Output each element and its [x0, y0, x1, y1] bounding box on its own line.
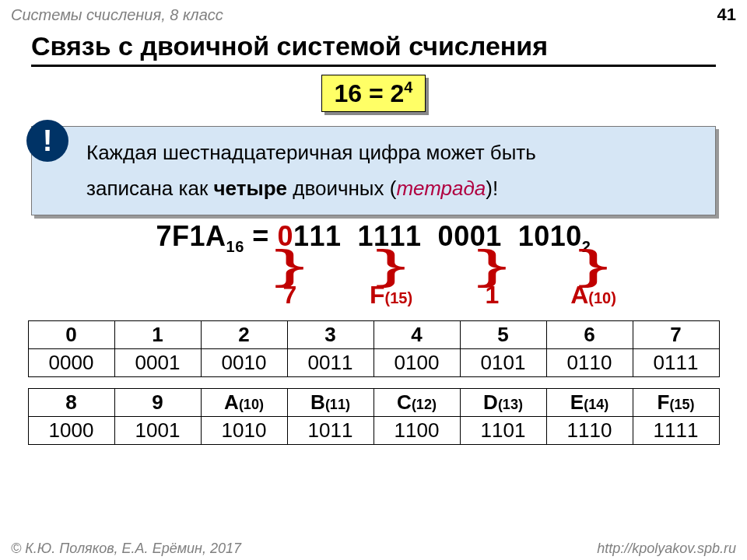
title-block: Связь с двоичной системой счисления: [0, 26, 747, 67]
group-a: } A(10): [543, 251, 644, 310]
table-row: 8 9 A(10) B(11) C(12) D(13) E(14) F(15): [28, 389, 719, 417]
hex-lhs: 7F1A: [156, 220, 226, 252]
hex-eq: =: [244, 220, 278, 252]
brace-row: } 7 } F(15) } 1 } A(10): [0, 251, 747, 310]
title-rule: [31, 65, 716, 67]
info-line2e: )!: [486, 177, 498, 200]
table-row: 0 1 2 3 4 5 6 7: [28, 321, 719, 349]
table-0-7: 0 1 2 3 4 5 6 7 0000 0001 0010 0011 0100…: [28, 320, 720, 377]
brace-icon: }: [578, 251, 609, 278]
copyright: © К.Ю. Поляков, Е.А. Ерёмин, 2017: [11, 541, 241, 557]
equation-exp: 4: [404, 79, 412, 96]
exclamation-icon: !: [26, 120, 68, 162]
brace-icon: }: [376, 251, 407, 278]
info-bold: четыре: [214, 177, 288, 200]
brace-icon: }: [275, 251, 306, 278]
course-label: Системы счисления, 8 класс: [11, 6, 223, 24]
equation-wrap: 16 = 24: [0, 75, 747, 112]
footer: © К.Ю. Поляков, Е.А. Ерёмин, 2017 http:/…: [11, 541, 736, 557]
group-7: } 7: [240, 251, 341, 310]
info-box: Каждая шестнадцатеричная цифра может быт…: [31, 126, 716, 216]
group-1: } 1: [442, 251, 543, 310]
brace-icon: }: [477, 251, 508, 278]
info-line2a: записана как: [86, 177, 214, 200]
equation-box: 16 = 24: [321, 75, 426, 112]
info-line2c: двоичных (: [287, 177, 396, 200]
footer-url: http://kpolyakov.spb.ru: [597, 541, 736, 557]
slide: Системы счисления, 8 класс 41 Связь с дв…: [0, 0, 747, 560]
page-number: 41: [717, 5, 736, 25]
table-8-f: 8 9 A(10) B(11) C(12) D(13) E(14) F(15) …: [28, 388, 720, 445]
group-f: } F(15): [341, 251, 442, 310]
table-row: 0000 0001 0010 0011 0100 0101 0110 0111: [28, 349, 719, 377]
header: Системы счисления, 8 класс 41: [0, 0, 747, 26]
equation-lhs: 16 = 2: [335, 79, 405, 107]
hex-g4: 1010: [518, 220, 582, 252]
info-line1: Каждая шестнадцатеричная цифра может быт…: [86, 141, 536, 164]
page-title: Связь с двоичной системой счисления: [31, 31, 716, 61]
info-callout: ! Каждая шестнадцатеричная цифра может б…: [31, 126, 716, 216]
info-italic: тетрада: [396, 177, 486, 200]
table-row: 1000 1001 1010 1011 1100 1101 1110 1111: [28, 417, 719, 445]
